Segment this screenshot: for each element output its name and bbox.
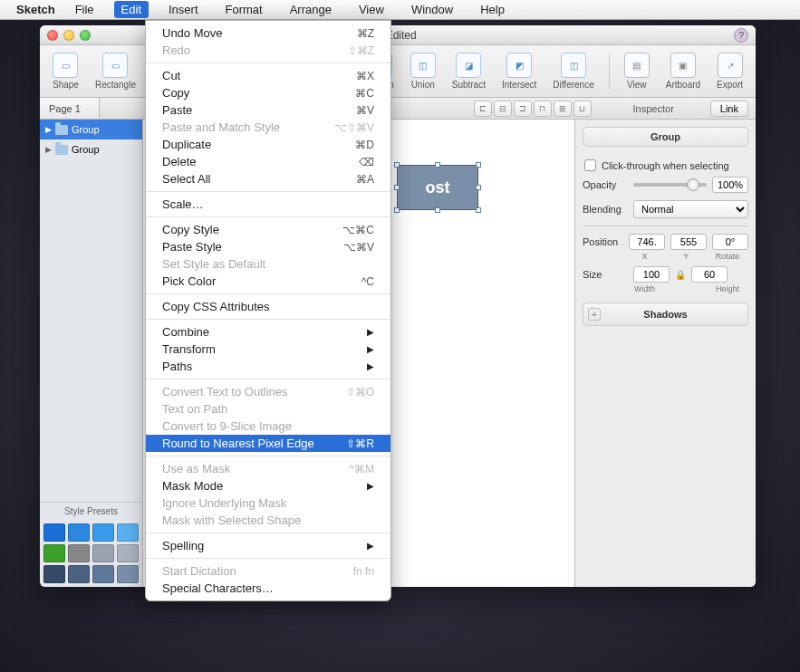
- align-bottom-icon[interactable]: ⊔: [573, 101, 592, 117]
- resize-handle[interactable]: [435, 162, 440, 168]
- menu-item[interactable]: Round to Nearest Pixel Edge⇧⌘R: [146, 435, 390, 452]
- help-icon[interactable]: ?: [734, 28, 748, 43]
- x-field[interactable]: [629, 234, 665, 250]
- align-top-icon[interactable]: ⊓: [534, 101, 552, 117]
- menu-insert[interactable]: Insert: [161, 1, 206, 18]
- style-swatch[interactable]: [68, 523, 90, 542]
- page-tab[interactable]: Page 1: [40, 98, 100, 119]
- opacity-label: Opacity: [583, 179, 628, 190]
- height-sublabel: Height: [707, 284, 748, 293]
- menu-item[interactable]: Mask Mode▶: [146, 477, 390, 494]
- tool-difference[interactable]: ◫Difference: [547, 51, 599, 91]
- style-swatch[interactable]: [92, 544, 114, 562]
- menu-item[interactable]: Copy CSS Attributes: [146, 298, 390, 315]
- menu-item[interactable]: Pick Color^C: [146, 273, 390, 290]
- style-swatch[interactable]: [92, 565, 114, 583]
- resize-handle[interactable]: [394, 162, 400, 168]
- layer-row[interactable]: ▶ Group: [40, 120, 142, 139]
- lock-icon[interactable]: 🔒: [675, 270, 686, 280]
- style-swatch[interactable]: [117, 565, 139, 583]
- mac-menubar: Sketch File Edit Insert Format Arrange V…: [0, 0, 800, 20]
- style-swatch[interactable]: [43, 523, 65, 542]
- menu-item[interactable]: Paste⌘V: [146, 101, 390, 119]
- menu-item[interactable]: Special Characters…: [146, 580, 390, 597]
- align-right-icon[interactable]: ⊐: [514, 101, 532, 117]
- disclosure-triangle-icon[interactable]: ▶: [45, 125, 52, 134]
- menu-item: Paste and Match Style⌥⇧⌘V: [146, 119, 390, 136]
- menu-item[interactable]: Copy⌘C: [146, 84, 390, 101]
- style-swatch[interactable]: [43, 544, 65, 562]
- menu-item[interactable]: Select All⌘A: [146, 170, 390, 187]
- tool-view[interactable]: ▤View: [619, 51, 655, 91]
- checkbox[interactable]: [584, 159, 596, 171]
- menu-view[interactable]: View: [352, 1, 391, 18]
- align-middle-icon[interactable]: ⊞: [554, 101, 572, 117]
- menu-edit[interactable]: Edit: [114, 1, 149, 18]
- menu-item[interactable]: Copy Style⌥⌘C: [146, 221, 390, 238]
- shadows-section[interactable]: + Shadows: [583, 302, 748, 326]
- height-field[interactable]: [691, 266, 728, 283]
- style-swatch[interactable]: [92, 523, 114, 542]
- menu-item[interactable]: Spelling▶: [146, 537, 390, 554]
- style-swatch[interactable]: [68, 565, 90, 583]
- menu-item: Convert to 9-Slice Image: [146, 418, 390, 435]
- menu-item[interactable]: Transform▶: [146, 341, 390, 358]
- add-shadow-button[interactable]: +: [588, 308, 601, 321]
- tool-subtract[interactable]: ◪Subtract: [447, 51, 491, 91]
- style-presets-grid: [40, 520, 142, 587]
- style-swatch[interactable]: [117, 523, 139, 542]
- resize-handle[interactable]: [435, 207, 440, 213]
- tool-export[interactable]: ↗Export: [711, 51, 748, 91]
- layer-row[interactable]: ▶ Group: [40, 139, 142, 159]
- selected-object[interactable]: ost: [397, 165, 478, 210]
- app-name[interactable]: Sketch: [16, 3, 55, 16]
- clickthrough-row[interactable]: Click-through when selecting: [583, 154, 748, 177]
- tool-union[interactable]: ◫Union: [405, 51, 441, 91]
- menu-item[interactable]: Delete⌫: [146, 153, 390, 170]
- menu-help[interactable]: Help: [473, 1, 512, 18]
- tool-shape[interactable]: ▭Shape: [47, 51, 84, 91]
- resize-handle[interactable]: [394, 207, 400, 213]
- menu-item: Start Dictationfn fn: [146, 562, 390, 580]
- opacity-slider[interactable]: [633, 183, 707, 187]
- y-field[interactable]: [670, 234, 707, 250]
- style-swatch[interactable]: [117, 544, 139, 562]
- submenu-arrow-icon: ▶: [367, 361, 374, 371]
- disclosure-triangle-icon[interactable]: ▶: [45, 145, 52, 154]
- blending-select[interactable]: Normal: [633, 200, 748, 218]
- inspector-title: Group: [583, 127, 748, 147]
- link-button[interactable]: Link: [710, 101, 748, 117]
- resize-handle[interactable]: [476, 207, 481, 213]
- menu-arrange[interactable]: Arrange: [283, 1, 339, 18]
- menu-item[interactable]: Cut⌘X: [146, 67, 390, 84]
- minimize-button[interactable]: [63, 30, 74, 41]
- resize-handle[interactable]: [476, 162, 481, 168]
- menu-item[interactable]: Duplicate⌘D: [146, 136, 390, 153]
- menu-item[interactable]: Paste Style⌥⌘V: [146, 238, 390, 255]
- close-button[interactable]: [47, 30, 58, 41]
- slider-knob[interactable]: [687, 178, 699, 191]
- align-center-h-icon[interactable]: ⊟: [494, 101, 512, 117]
- layer-name: Group: [72, 144, 100, 155]
- menu-window[interactable]: Window: [404, 1, 460, 18]
- style-swatch[interactable]: [43, 565, 65, 583]
- width-field[interactable]: [633, 266, 670, 283]
- tool-rectangle[interactable]: ▭Rectangle: [90, 51, 141, 91]
- edit-dropdown: Undo Move⌘ZRedo⇧⌘ZCut⌘XCopy⌘CPaste⌘VPast…: [145, 20, 391, 601]
- tool-intersect[interactable]: ◩Intersect: [496, 51, 542, 91]
- menu-item[interactable]: Paths▶: [146, 358, 390, 375]
- style-swatch[interactable]: [68, 544, 90, 562]
- rotate-field[interactable]: [712, 234, 748, 250]
- menu-item[interactable]: Undo Move⌘Z: [146, 24, 390, 42]
- resize-handle[interactable]: [476, 185, 481, 190]
- submenu-arrow-icon: ▶: [367, 344, 374, 354]
- opacity-field[interactable]: [712, 177, 748, 193]
- menu-format[interactable]: Format: [218, 1, 270, 18]
- resize-handle[interactable]: [394, 185, 400, 190]
- menu-item[interactable]: Scale…: [146, 196, 390, 213]
- menu-item[interactable]: Combine▶: [146, 323, 390, 341]
- zoom-button[interactable]: [80, 30, 91, 41]
- tool-artboard[interactable]: ▣Artboard: [660, 51, 706, 91]
- menu-file[interactable]: File: [68, 1, 101, 18]
- align-left-icon[interactable]: ⊏: [474, 101, 492, 117]
